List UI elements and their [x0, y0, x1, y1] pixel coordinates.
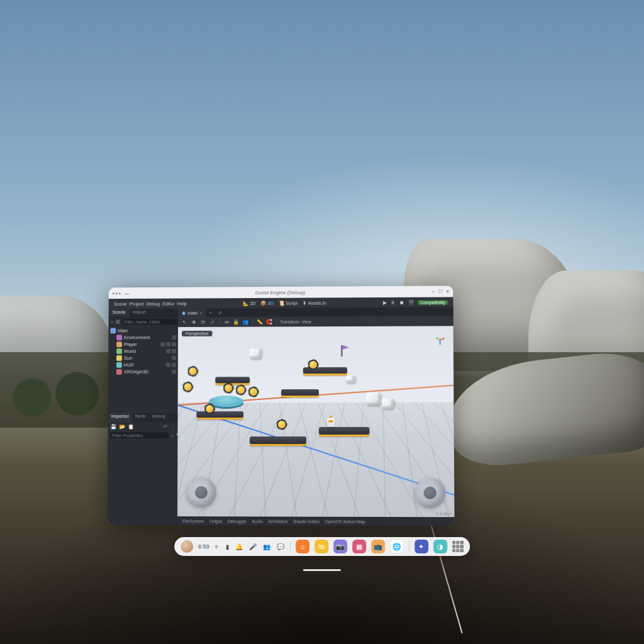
mic-icon[interactable]: 🎤: [248, 542, 257, 551]
mode-2d-tab[interactable]: 📐 2D: [243, 300, 256, 306]
transform-menu[interactable]: Transform: [280, 318, 300, 325]
scene-platform: [196, 411, 243, 418]
bottom-tab-animation[interactable]: Animation: [268, 519, 287, 524]
rotate-tool[interactable]: ⟳: [199, 318, 207, 326]
inspector-history-back[interactable]: ↶: [164, 424, 168, 430]
lock-tool[interactable]: 🔒: [232, 318, 240, 326]
virtual-joystick-right[interactable]: [414, 477, 445, 508]
play-scene-button[interactable]: 🎬: [408, 299, 414, 305]
history-tab[interactable]: History: [148, 413, 169, 422]
scene-coin: [237, 386, 245, 394]
taskbar-app[interactable]: 📷: [333, 540, 347, 553]
menu-project[interactable]: Project: [130, 301, 144, 306]
tree-item[interactable]: Sun: [124, 355, 132, 361]
stop-button[interactable]: ⏹: [399, 299, 404, 305]
node-icon: [116, 335, 122, 340]
scene-coin: [278, 421, 286, 428]
select-tool[interactable]: ↖: [180, 318, 188, 326]
bottom-tab-audio[interactable]: Audio: [252, 519, 263, 523]
node-icon: [116, 348, 122, 354]
bottom-tab-output[interactable]: Output: [209, 519, 223, 523]
mode-assetlib-tab[interactable]: ⬇ AssetLib: [303, 300, 326, 306]
inspector-copy-icon[interactable]: 📋: [128, 424, 134, 430]
virtual-joystick-left[interactable]: [186, 477, 216, 508]
inspector-open-icon[interactable]: 📂: [119, 424, 125, 430]
perspective-button[interactable]: Perspective: [182, 331, 212, 336]
scale-tool[interactable]: ⤢: [209, 318, 216, 326]
scene-cube: [382, 399, 394, 409]
renderer-badge[interactable]: Compatibility: [418, 300, 448, 304]
ruler-tool[interactable]: 📏: [256, 318, 264, 326]
add-node-button[interactable]: +: [111, 319, 114, 325]
maximize-button[interactable]: □: [439, 289, 443, 295]
scene-tree[interactable]: Main Environment Player World Sun HUD XR…: [108, 326, 178, 413]
taskbar-app[interactable]: 📺: [371, 540, 385, 553]
tree-root[interactable]: Main: [118, 328, 128, 333]
menu-debug[interactable]: Debug: [146, 301, 160, 306]
taskbar-app[interactable]: 🌐: [390, 540, 404, 553]
import-dock-tab[interactable]: Import: [129, 309, 150, 317]
vr-taskbar[interactable]: 6:59 ᯤ ▮ 🔔 🎤 👥 💬 ⌂ 🛍 📷 ▦ 📺 🌐 ✦ ◑: [174, 537, 470, 556]
tree-item[interactable]: Environment: [124, 335, 150, 340]
people-icon[interactable]: 👥: [262, 542, 271, 551]
mode-script-tab[interactable]: 📜 Script: [279, 300, 297, 306]
bottom-tab-shader[interactable]: Shader Editor: [293, 519, 320, 524]
view-menu[interactable]: View: [302, 318, 311, 325]
move-tool[interactable]: ✥: [190, 318, 197, 326]
search-icon[interactable]: ⌕: [171, 433, 174, 438]
bottom-tab-filesystem[interactable]: FileSystem: [182, 519, 204, 523]
add-scene-tab[interactable]: +: [206, 310, 214, 316]
menu-scene[interactable]: Scene: [114, 301, 127, 306]
node-tab[interactable]: Node: [132, 413, 149, 422]
pause-button[interactable]: ⏸: [391, 299, 396, 305]
taskbar-app[interactable]: ▦: [352, 540, 366, 553]
node-icon: [116, 341, 122, 347]
inspector-save-icon[interactable]: 💾: [111, 424, 117, 430]
taskbar-app[interactable]: ✦: [414, 540, 428, 553]
close-button[interactable]: ×: [446, 288, 449, 294]
taskbar-app[interactable]: ⌂: [296, 540, 309, 553]
wifi-icon[interactable]: ᯤ: [214, 543, 221, 550]
expand-scene-tab[interactable]: ⤢: [215, 309, 226, 315]
viewport-3d[interactable]: Perspective: [177, 326, 455, 517]
chat-icon[interactable]: 💬: [276, 542, 285, 551]
tree-item[interactable]: World: [124, 348, 136, 354]
taskbar-app[interactable]: 🛍: [314, 540, 328, 553]
list-tool[interactable]: ≔: [223, 318, 230, 326]
scene-filter-input[interactable]: [122, 318, 180, 325]
avatar[interactable]: [180, 540, 193, 553]
back-button[interactable]: ←: [124, 290, 130, 297]
inspector-history-fwd[interactable]: ⋮: [170, 424, 175, 430]
version-label: 4.4.dev: [436, 511, 450, 516]
home-indicator[interactable]: [303, 569, 341, 571]
scene-tab-main[interactable]: ◆ main ×: [178, 308, 206, 317]
menu-editor[interactable]: Editor: [162, 301, 174, 306]
node-icon: [116, 369, 122, 375]
window-menu-icon[interactable]: [113, 292, 121, 294]
tree-item[interactable]: Player: [124, 341, 137, 347]
bottom-tab-debugger[interactable]: Debugger: [228, 519, 247, 523]
battery-icon[interactable]: ▮: [226, 543, 230, 550]
play-button[interactable]: ▶: [383, 299, 387, 305]
inspector-tab[interactable]: Inspector: [108, 413, 132, 422]
notifications-icon[interactable]: 🔔: [235, 542, 243, 551]
menu-help[interactable]: Help: [177, 301, 187, 306]
scene-dock-tab[interactable]: Scene: [109, 309, 130, 317]
scene-platform: [250, 436, 306, 444]
tree-item[interactable]: XROrigin3D: [124, 369, 149, 375]
godot-editor-window[interactable]: ← Godot Engine (Debug) − □ × Scene Proje…: [108, 286, 455, 526]
group-tool[interactable]: 👥: [242, 318, 249, 326]
taskbar-app[interactable]: ◑: [433, 540, 447, 553]
left-dock: Scene Import + ⛓ ⌕ ⋮ Main Environment Pl…: [108, 308, 179, 525]
tree-item[interactable]: HUD: [124, 362, 134, 368]
mode-3d-tab[interactable]: 📦 3D: [261, 300, 274, 306]
bottom-tab-openxr[interactable]: OpenXR Action Map: [325, 519, 365, 524]
orientation-gizmo[interactable]: [433, 332, 447, 346]
app-grid-button[interactable]: [452, 541, 464, 552]
separator: [290, 541, 291, 552]
inspector-filter-input[interactable]: [110, 432, 169, 438]
snap-tool[interactable]: 🧲: [265, 318, 273, 326]
minimize-button[interactable]: −: [431, 289, 435, 295]
link-node-button[interactable]: ⛓: [115, 319, 120, 325]
close-tab-icon[interactable]: ×: [199, 310, 202, 316]
